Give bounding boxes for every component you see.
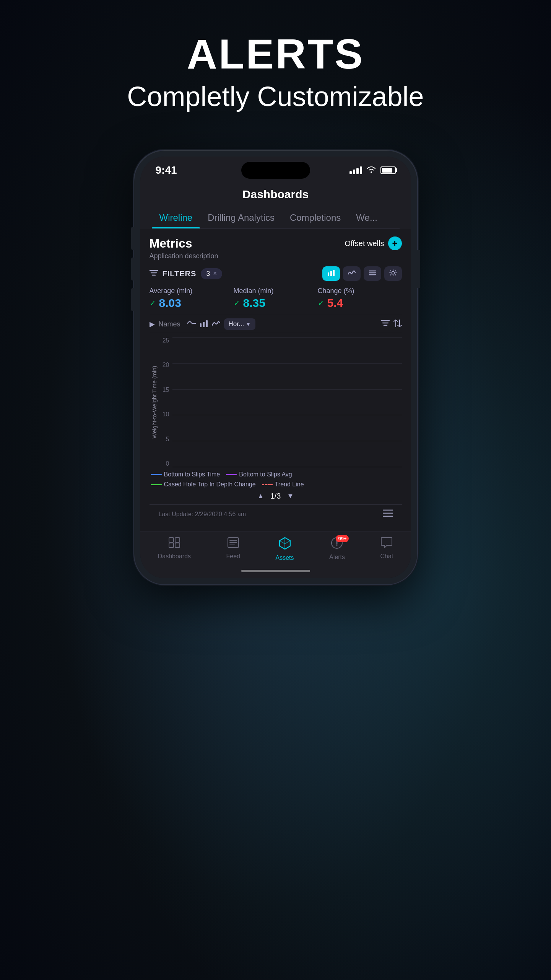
stat-average-value: 8.03 xyxy=(159,297,181,310)
metrics-description: Application description xyxy=(150,252,218,260)
svg-rect-14 xyxy=(203,322,205,327)
svg-line-10 xyxy=(187,321,190,323)
tab-drilling-analytics[interactable]: Drilling Analytics xyxy=(200,207,282,228)
svg-rect-24 xyxy=(169,543,174,548)
svg-rect-23 xyxy=(175,538,180,542)
stat-change-value-row: ✓ 5.4 xyxy=(318,297,402,310)
filter-dismiss-icon[interactable]: × xyxy=(213,270,216,277)
stat-change-check-icon: ✓ xyxy=(318,298,324,308)
tab-wireline[interactable]: Wireline xyxy=(152,207,200,228)
view-list-button[interactable] xyxy=(364,266,381,281)
feed-nav-icon xyxy=(228,537,239,551)
chart-legend: Bottom to Slips Time Bottom to Slips Avg… xyxy=(150,471,402,488)
hamburger-menu-icon[interactable] xyxy=(383,509,393,519)
filter-badge[interactable]: 3 × xyxy=(201,268,222,279)
svg-rect-5 xyxy=(333,270,335,276)
y-tick-10: 10 xyxy=(159,411,169,418)
svg-point-9 xyxy=(392,271,394,274)
view-settings-button[interactable] xyxy=(384,266,402,281)
battery-icon xyxy=(380,166,396,174)
chart-orientation-dropdown[interactable]: Hor... ▼ xyxy=(224,318,255,330)
signal-bar-4 xyxy=(360,166,362,174)
chart-align-icon[interactable] xyxy=(381,320,390,329)
alerts-nav-icon: 99+ xyxy=(331,537,343,551)
status-time: 9:41 xyxy=(156,164,177,176)
legend-dashed-line xyxy=(262,484,273,485)
stat-average: Average (min) ✓ 8.03 xyxy=(150,287,234,310)
settings-icon xyxy=(389,269,397,278)
stats-row: Average (min) ✓ 8.03 Median (min) ✓ 8.35 xyxy=(150,287,402,310)
tab-completions[interactable]: Completions xyxy=(282,207,348,228)
nav-chat-label: Chat xyxy=(380,553,393,560)
legend-purple-line xyxy=(226,474,237,475)
y-axis-ticks: 25 20 15 10 5 0 xyxy=(159,337,172,467)
chart-type-bar-icon[interactable] xyxy=(200,320,208,329)
pagination-row: ▲ 1/3 ▼ xyxy=(150,488,402,504)
chart-type-line-icon[interactable] xyxy=(212,320,220,329)
tab-we[interactable]: We... xyxy=(348,207,385,228)
stat-median: Median (min) ✓ 8.35 xyxy=(234,287,318,310)
page-subtitle: Completly Customizable xyxy=(127,81,424,112)
bottom-nav: Dashboards Feed xyxy=(140,532,411,565)
stat-median-label: Median (min) xyxy=(234,287,318,295)
legend-blue-line xyxy=(151,474,162,475)
add-offset-wells-icon[interactable]: + xyxy=(388,236,402,250)
page-next-icon[interactable]: ▼ xyxy=(287,492,294,500)
signal-bar-3 xyxy=(356,168,359,174)
chat-nav-icon xyxy=(381,537,392,551)
nav-dashboards[interactable]: Dashboards xyxy=(158,537,191,561)
stat-change: Change (%) ✓ 5.4 xyxy=(318,287,402,310)
home-bar xyxy=(241,570,310,572)
legend-bottom-to-slips-label: Bottom to Slips Time xyxy=(164,471,220,478)
alerts-badge: 99+ xyxy=(336,535,349,542)
y-tick-15: 15 xyxy=(159,386,169,393)
home-indicator xyxy=(140,565,411,578)
offset-wells-button[interactable]: Offset wells + xyxy=(345,236,402,250)
legend-bottom-to-slips: Bottom to Slips Time xyxy=(151,471,220,478)
y-axis-label: Weight-to-Weight Time (min) xyxy=(150,337,159,467)
stat-average-label: Average (min) xyxy=(150,287,234,295)
svg-line-11 xyxy=(190,321,192,323)
metrics-header: Metrics Application description Offset w… xyxy=(150,236,402,260)
last-update-text: Last Update: 2/29/2020 4:56 am xyxy=(159,511,246,518)
nav-feed[interactable]: Feed xyxy=(226,537,240,561)
wave-chart-icon xyxy=(348,269,356,278)
chart-names-label: Names xyxy=(159,320,180,328)
chart-controls: ▶ Names xyxy=(150,315,402,333)
svg-rect-4 xyxy=(330,271,332,276)
collapse-chart-icon[interactable] xyxy=(187,320,196,328)
chart-bars-area xyxy=(172,337,402,467)
alerts-title: ALERTS xyxy=(127,31,424,77)
view-wave-button[interactable] xyxy=(343,266,361,281)
bars-container xyxy=(172,337,402,467)
nav-assets[interactable]: Assets xyxy=(276,537,294,561)
view-bar-button[interactable] xyxy=(322,266,340,281)
stat-median-check-icon: ✓ xyxy=(234,298,240,308)
expand-chart-icon[interactable]: ▶ xyxy=(150,320,155,328)
page-title-section: ALERTS Completly Customizable xyxy=(127,31,424,112)
legend-trend-line-label: Trend Line xyxy=(275,481,304,488)
nav-chat[interactable]: Chat xyxy=(380,537,393,561)
svg-rect-15 xyxy=(206,320,208,327)
filter-icon xyxy=(150,269,158,278)
app-header-title: Dashboards xyxy=(152,188,400,207)
offset-wells-label: Offset wells xyxy=(345,239,384,248)
dashboards-nav-icon xyxy=(169,537,180,551)
stat-median-value: 8.35 xyxy=(243,297,265,310)
phone-screen: 9:41 xyxy=(140,157,411,578)
y-tick-25: 25 xyxy=(159,337,169,344)
y-tick-20: 20 xyxy=(159,362,169,369)
legend-bottom-to-slips-avg-label: Bottom to Slips Avg xyxy=(239,471,292,478)
chart-orientation-label: Hor... xyxy=(229,320,244,328)
tabs-row: Wireline Drilling Analytics Completions … xyxy=(152,207,400,229)
legend-cased-hole-label: Cased Hole Trip In Depth Change xyxy=(164,481,256,488)
chart-sort-icon[interactable] xyxy=(393,320,402,329)
svg-rect-25 xyxy=(175,543,180,548)
phone-mockup: 9:41 xyxy=(134,150,417,584)
stat-average-value-row: ✓ 8.03 xyxy=(150,297,234,310)
app-header: Dashboards Wireline Drilling Analytics C… xyxy=(140,180,411,229)
nav-alerts[interactable]: 99+ Alerts xyxy=(329,537,345,561)
page-prev-icon[interactable]: ▲ xyxy=(257,492,264,500)
metrics-title: Metrics xyxy=(150,236,218,251)
legend-bottom-to-slips-avg: Bottom to Slips Avg xyxy=(226,471,292,478)
